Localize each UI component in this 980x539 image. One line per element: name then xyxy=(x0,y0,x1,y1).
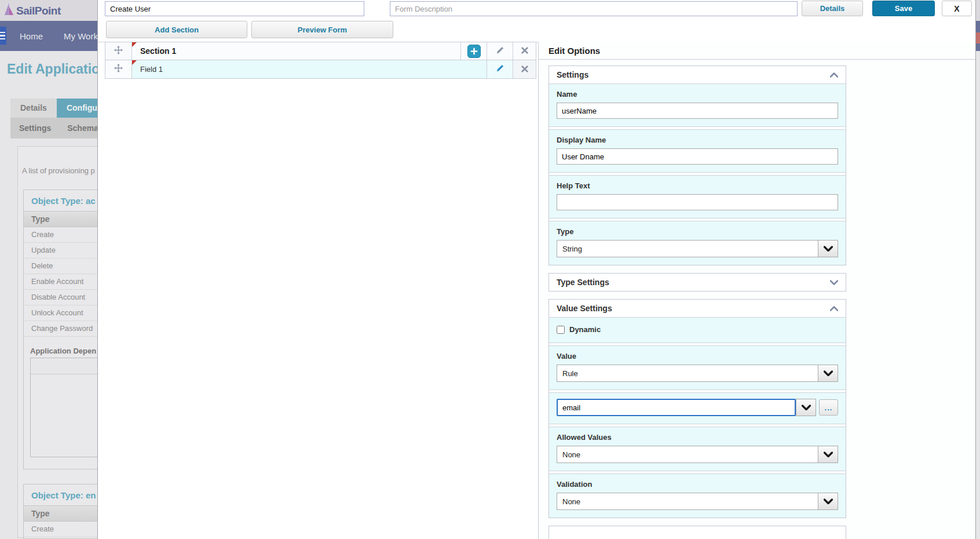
hamburger-menu-icon[interactable] xyxy=(0,27,6,45)
nav-item-my-work[interactable]: My Work xyxy=(64,31,98,41)
type-label: Type xyxy=(557,227,838,236)
dynamic-checkbox[interactable] xyxy=(557,326,565,334)
display-name-label: Display Name xyxy=(557,136,838,144)
modified-marker xyxy=(132,60,137,65)
nav-item-home[interactable]: Home xyxy=(20,31,43,41)
select-arrow-icon xyxy=(824,496,833,507)
form-name-input[interactable] xyxy=(105,1,364,16)
settings-panel-header[interactable]: Settings xyxy=(549,66,846,83)
pencil-icon xyxy=(496,46,504,57)
rule-combo-arrow-button[interactable] xyxy=(796,399,816,416)
delete-field-button[interactable] xyxy=(513,60,536,78)
name-field-group: Name xyxy=(549,83,846,127)
value-group: Value Rule xyxy=(549,345,846,390)
type-settings-panel: Type Settings xyxy=(548,273,846,292)
validation-select-value: None xyxy=(557,493,818,510)
validation-label: Validation xyxy=(557,480,838,489)
dynamic-label: Dynamic xyxy=(569,325,601,334)
close-button[interactable]: X xyxy=(942,1,972,16)
field-row: Field 1 xyxy=(105,60,536,78)
value-settings-panel-title: Value Settings xyxy=(557,304,612,313)
move-icon xyxy=(114,46,123,57)
select-arrow-icon xyxy=(824,368,833,378)
add-field-button[interactable] xyxy=(460,42,487,60)
value-settings-panel-header[interactable]: Value Settings xyxy=(549,300,846,317)
form-structure-table: Section 1 xyxy=(105,42,536,79)
next-settings-panel-partial xyxy=(548,526,846,539)
value-label: Value xyxy=(557,352,838,360)
tab-details[interactable]: Details xyxy=(10,99,57,118)
validation-select[interactable]: None xyxy=(557,493,838,510)
section-row: Section 1 xyxy=(105,42,536,60)
value-type-select-value: Rule xyxy=(557,365,818,382)
name-label: Name xyxy=(557,90,838,99)
value-type-select-arrow-button[interactable] xyxy=(818,365,838,382)
rule-combo-input[interactable] xyxy=(557,399,796,416)
field-drag-handle[interactable] xyxy=(105,60,131,78)
value-type-select[interactable]: Rule xyxy=(557,365,838,382)
chevron-down-icon xyxy=(830,278,838,287)
save-button[interactable]: Save xyxy=(872,1,935,16)
dynamic-group: Dynamic xyxy=(549,317,846,343)
edit-options-panel: Edit Options Settings Name Di xyxy=(538,42,975,539)
close-x-icon xyxy=(521,64,528,75)
allowed-values-label: Allowed Values xyxy=(557,433,838,442)
plus-icon xyxy=(467,45,481,58)
page-title: Edit Applicatio xyxy=(7,61,100,77)
edit-section-button[interactable] xyxy=(487,42,513,60)
allowed-values-select[interactable]: None xyxy=(557,446,838,463)
help-text-input[interactable] xyxy=(557,194,838,210)
form-description-input[interactable] xyxy=(390,1,798,16)
application-dependency-label: Application Depen xyxy=(30,347,96,355)
form-editor-modal: Details Save X Add Section Preview Form … xyxy=(97,0,976,539)
logo-text: SailPoint xyxy=(16,5,61,17)
validation-group: Validation None xyxy=(549,474,846,518)
allowed-values-group: Allowed Values None xyxy=(549,427,846,471)
chevron-up-icon xyxy=(830,304,838,313)
details-button[interactable]: Details xyxy=(802,1,863,16)
close-x-icon xyxy=(521,46,528,56)
type-select-arrow-button[interactable] xyxy=(818,240,838,257)
type-select-value: String xyxy=(557,240,818,257)
type-settings-panel-title: Type Settings xyxy=(557,278,609,287)
select-arrow-icon xyxy=(802,402,811,413)
subtab-settings[interactable]: Settings xyxy=(19,123,51,133)
modified-marker xyxy=(132,42,137,47)
display-name-input[interactable] xyxy=(557,148,838,165)
move-icon xyxy=(114,64,123,75)
value-settings-panel: Value Settings Dynamic Value xyxy=(548,299,846,518)
validation-select-arrow-button[interactable] xyxy=(818,493,838,510)
delete-section-button[interactable] xyxy=(513,42,536,60)
provisioning-description: A list of provisioning p xyxy=(22,166,95,175)
edit-field-button[interactable] xyxy=(487,60,513,78)
select-arrow-icon xyxy=(824,449,833,460)
help-text-field-group: Help Text xyxy=(549,175,846,218)
display-name-field-group: Display Name xyxy=(549,129,846,173)
edit-options-title: Edit Options xyxy=(539,42,975,60)
type-field-group: Type String xyxy=(549,221,846,265)
settings-panel: Settings Name Display Name Help xyxy=(548,65,846,265)
rule-value-group: ... xyxy=(549,392,846,424)
chevron-up-icon xyxy=(830,70,838,79)
type-select[interactable]: String xyxy=(557,240,838,257)
subtab-schema[interactable]: Schema xyxy=(67,123,98,133)
select-arrow-icon xyxy=(824,243,833,254)
allowed-values-select-value: None xyxy=(557,446,818,463)
screen: SailPoint Home My Work Edit Applicatio D… xyxy=(0,0,980,539)
preview-form-button[interactable]: Preview Form xyxy=(251,21,393,38)
settings-panel-title: Settings xyxy=(557,70,588,79)
allowed-values-select-arrow-button[interactable] xyxy=(818,446,838,463)
field-label: Field 1 xyxy=(140,65,163,74)
sail-logo-icon xyxy=(3,3,14,19)
help-text-label: Help Text xyxy=(557,181,838,190)
notification-badge xyxy=(976,32,980,43)
pencil-icon xyxy=(496,64,504,75)
field-title-cell[interactable]: Field 1 xyxy=(131,60,487,78)
sailpoint-logo: SailPoint xyxy=(3,3,61,19)
section-drag-handle[interactable] xyxy=(105,42,131,60)
type-settings-panel-header[interactable]: Type Settings xyxy=(549,274,846,291)
add-section-button[interactable]: Add Section xyxy=(106,21,247,38)
name-input[interactable] xyxy=(557,103,838,119)
rule-more-button[interactable]: ... xyxy=(819,399,838,416)
section-title-cell[interactable]: Section 1 xyxy=(131,42,460,60)
